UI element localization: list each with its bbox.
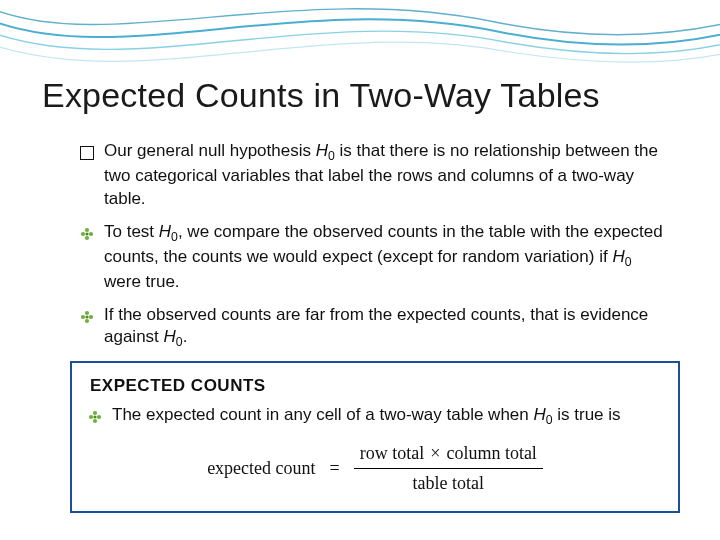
flower-bullet-icon [88, 408, 112, 431]
text-fragment: row total [360, 443, 425, 463]
box-bullet-text: The expected count in any cell of a two-… [112, 404, 662, 429]
svg-point-4 [85, 232, 88, 235]
text-fragment: The expected count in any cell of a two-… [112, 405, 533, 424]
placeholder-glyph-icon [80, 144, 104, 167]
flower-bullet-icon [80, 308, 104, 331]
fraction-denominator: table total [407, 469, 490, 495]
svg-point-1 [89, 232, 93, 236]
fraction-numerator: row total×column total [354, 441, 543, 467]
svg-point-3 [81, 232, 85, 236]
bullet-1-text: Our general null hypothesis H0 is that t… [104, 140, 666, 211]
slide-body: Our general null hypothesis H0 is that t… [80, 140, 666, 513]
box-heading: EXPECTED COUNTS [90, 375, 662, 398]
svg-point-8 [81, 314, 85, 318]
text-fragment: To test [104, 222, 159, 241]
svg-point-14 [93, 416, 96, 419]
text-fragment: were true. [104, 272, 180, 291]
svg-point-2 [85, 236, 89, 240]
svg-point-10 [93, 411, 97, 415]
svg-point-7 [85, 318, 89, 322]
equals-sign: = [330, 456, 340, 480]
bullet-3-text: If the observed counts are far from the … [104, 304, 666, 352]
text-fragment: 0 [328, 149, 335, 163]
h0-symbol: H0 [164, 327, 183, 346]
svg-point-5 [85, 310, 89, 314]
h0-symbol: H0 [316, 141, 335, 160]
box-bullet: The expected count in any cell of a two-… [88, 404, 662, 429]
text-fragment: H [164, 327, 176, 346]
text-fragment: 0 [625, 255, 632, 269]
text-fragment: H [533, 405, 545, 424]
text-fragment: column total [446, 443, 536, 463]
bullet-2-text: To test H0, we compare the observed coun… [104, 221, 666, 294]
text-fragment: H [612, 247, 624, 266]
multiply-sign: × [424, 443, 446, 463]
svg-point-11 [97, 415, 101, 419]
flower-bullet-icon [80, 225, 104, 248]
h0-symbol: H0 [612, 247, 631, 266]
text-fragment: is true is [553, 405, 621, 424]
svg-point-13 [89, 415, 93, 419]
svg-point-9 [85, 315, 88, 318]
formula-fraction: row total×column total table total [354, 441, 543, 495]
text-fragment: 0 [176, 336, 183, 350]
svg-point-0 [85, 228, 89, 232]
slide-title: Expected Counts in Two-Way Tables [42, 76, 600, 115]
text-fragment: H [316, 141, 328, 160]
h0-symbol: H0 [533, 405, 552, 424]
text-fragment: 0 [546, 414, 553, 428]
expected-count-formula: expected count = row total×column total … [88, 441, 662, 495]
svg-point-6 [89, 314, 93, 318]
text-fragment: H [159, 222, 171, 241]
text-fragment: Our general null hypothesis [104, 141, 316, 160]
text-fragment: 0 [171, 230, 178, 244]
definition-box: EXPECTED COUNTS The expected count in an… [70, 361, 680, 512]
formula-lhs: expected count [207, 456, 315, 480]
svg-point-12 [93, 419, 97, 423]
bullet-3: If the observed counts are far from the … [80, 304, 666, 352]
bullet-2: To test H0, we compare the observed coun… [80, 221, 666, 294]
text-fragment: . [183, 327, 188, 346]
bullet-1: Our general null hypothesis H0 is that t… [80, 140, 666, 211]
text-fragment: , we compare the observed counts in the … [104, 222, 663, 266]
h0-symbol: H0 [159, 222, 178, 241]
